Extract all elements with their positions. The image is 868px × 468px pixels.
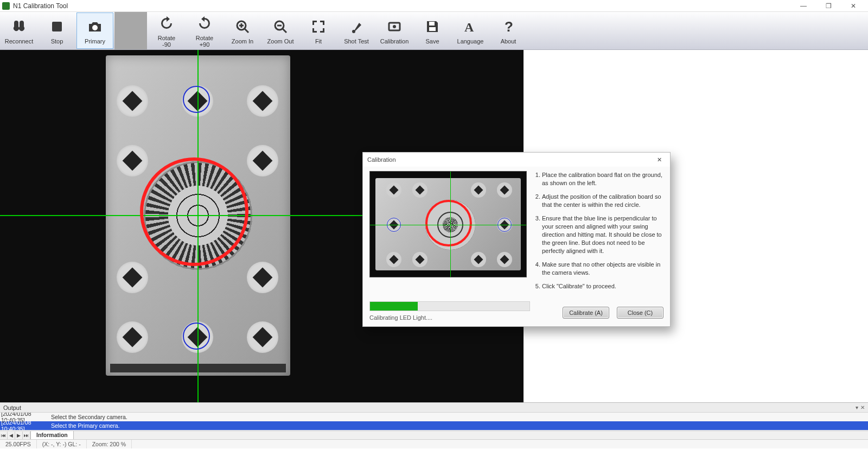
toolbar-label: Rotate+90 <box>196 35 213 48</box>
toolbar-label: About <box>501 38 516 45</box>
binoculars-icon <box>10 17 28 36</box>
stop-button[interactable]: Stop <box>39 12 75 49</box>
toolbar: ReconnectStopPrimaryRotate-90Rotate+90Zo… <box>0 12 868 50</box>
toolbar-label: Language <box>457 38 484 45</box>
blue-marker-top <box>183 86 210 113</box>
save-icon <box>423 17 442 36</box>
toolbar-label: Fit <box>315 38 322 45</box>
instruction-item: Place the calibration board flat on the … <box>542 171 663 187</box>
window-maximize-button[interactable]: ❐ <box>816 0 841 12</box>
log-nav-next-button[interactable]: ▶ <box>15 432 23 439</box>
log-nav-last-button[interactable]: ⏭ <box>23 432 30 439</box>
app-icon <box>2 2 10 10</box>
log-message: Select the Primary camera. <box>49 422 120 429</box>
rotp90-button[interactable]: Rotate+90 <box>186 12 223 49</box>
dialog-reference-image <box>369 171 527 277</box>
output-panel-dropdown-icon[interactable]: ▾ <box>856 404 858 410</box>
save-button[interactable]: Save <box>414 12 451 49</box>
lang-icon <box>461 17 480 36</box>
output-panel-title: Output <box>3 404 21 411</box>
calibrate-button[interactable]: Calibrate (A) <box>563 307 609 319</box>
shot-icon <box>347 17 366 36</box>
toolbar-label: Reconnect <box>5 38 34 45</box>
fit-icon <box>309 17 328 36</box>
information-tab[interactable]: Information <box>30 431 74 440</box>
window-close-button[interactable]: ✕ <box>841 0 866 12</box>
toolbar-label: Zoom Out <box>267 38 294 45</box>
output-tab-bar: ⏮◀▶⏭ Information <box>0 431 868 439</box>
toolbar-label: Calibration <box>380 38 409 45</box>
calibration-dialog: Calibration ✕ <box>362 152 671 327</box>
titlebar: N1 Calibration Tool — ❐ ✕ <box>0 0 868 12</box>
toolbar-label: Shot Test <box>344 38 369 45</box>
about-icon <box>499 17 518 36</box>
instruction-item: Ensure that the blue line is perpendicul… <box>542 214 663 255</box>
status-fps: 25.00FPS <box>0 440 37 448</box>
instruction-item: Click "Calibrate" to proceed. <box>542 282 663 290</box>
log-nav-prev-button[interactable]: ◀ <box>8 432 15 439</box>
primary-button[interactable]: Primary <box>76 12 113 49</box>
zoom-in-icon <box>233 17 252 36</box>
toolbar-label: Stop <box>51 38 63 45</box>
dialog-title: Calibration <box>367 156 396 163</box>
toolbar-label: Rotate-90 <box>158 35 175 48</box>
zoomin-button[interactable]: Zoom In <box>224 12 261 49</box>
calibration-progress-bar <box>369 301 530 311</box>
status-zoom: Zoom: 200 % <box>87 440 132 448</box>
stop-icon <box>48 17 66 36</box>
output-panel: Output ▾ ✕ [2024/01/08 10:40:35]Select t… <box>0 402 868 431</box>
rotm90-button[interactable]: Rotate-90 <box>148 12 185 49</box>
rotate-cw-icon <box>195 14 214 33</box>
app-title: N1 Calibration Tool <box>13 2 68 10</box>
instruction-item: Adjust the position of the calibration b… <box>542 193 663 209</box>
target-circle-red <box>140 157 248 266</box>
log-row[interactable]: [2024/01/08 10:40:35]Select the Secondar… <box>0 413 868 421</box>
dialog-instructions: Place the calibration board flat on the … <box>532 171 663 296</box>
toolbar-label: Zoom In <box>232 38 253 45</box>
window-minimize-button[interactable]: — <box>791 0 816 12</box>
log-message: Select the Secondary camera. <box>49 414 127 420</box>
dialog-close-button[interactable]: ✕ <box>653 156 666 163</box>
camera-icon <box>86 17 104 36</box>
shottest-button[interactable]: Shot Test <box>338 12 375 49</box>
dialog-close-action-button[interactable]: Close (C) <box>617 307 663 319</box>
zoom-out-icon <box>271 17 290 36</box>
toolbar-label: Primary <box>85 38 105 45</box>
output-panel-close-icon[interactable]: ✕ <box>860 404 865 410</box>
status-bar: 25.00FPS (X: -, Y: -) GL: - Zoom: 200 % <box>0 439 868 448</box>
reconnect-button[interactable]: Reconnect <box>1 12 37 49</box>
instruction-item: Make sure that no other objects are visi… <box>542 261 663 277</box>
dialog-titlebar[interactable]: Calibration ✕ <box>363 153 670 167</box>
calib-icon <box>385 17 404 36</box>
log-timestamp: [2024/01/08 10:40:35] <box>0 419 49 431</box>
secondary-button[interactable] <box>114 12 147 49</box>
status-coords: (X: -, Y: -) GL: - <box>37 440 87 448</box>
rotate-ccw-icon <box>157 14 176 33</box>
toolbar-label: Save <box>425 38 439 45</box>
zoomout-button[interactable]: Zoom Out <box>262 12 299 49</box>
about-button[interactable]: About <box>490 12 527 49</box>
fit-button[interactable]: Fit <box>300 12 337 49</box>
language-button[interactable]: Language <box>452 12 489 49</box>
blue-marker-bottom <box>183 322 210 350</box>
calibration-button[interactable]: Calibration <box>376 12 413 49</box>
log-row[interactable]: [2024/01/08 10:40:35]Select the Primary … <box>0 421 868 430</box>
log-nav-first-button[interactable]: ⏮ <box>0 432 8 439</box>
